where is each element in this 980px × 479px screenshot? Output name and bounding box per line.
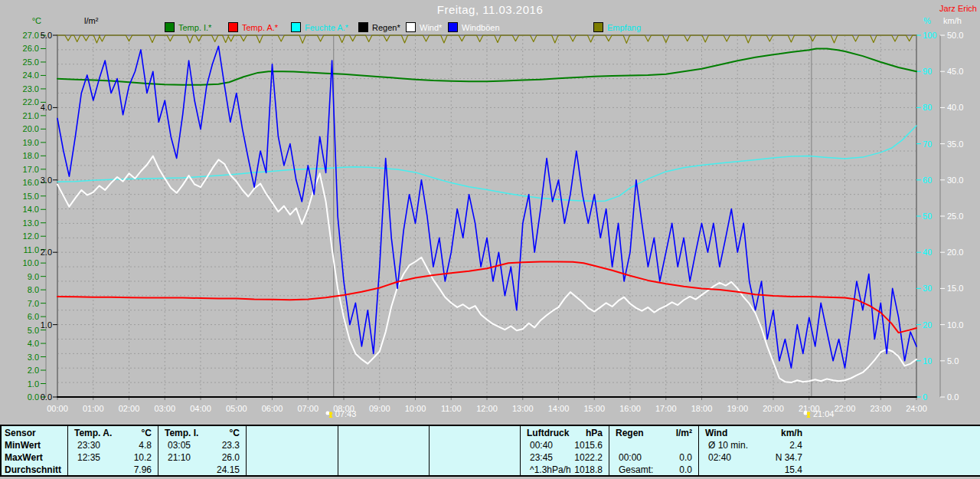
table-cell: 1018.8: [521, 464, 603, 476]
kmh-tick-label: 30.0: [947, 176, 963, 185]
percent-tick-label: 40: [923, 248, 932, 257]
celsius-tick-label: 21.0: [23, 111, 39, 120]
series-feuchte-a: [57, 126, 916, 202]
percent-tick-label: 10: [923, 356, 932, 366]
time-tick-label: 00:00: [47, 404, 68, 413]
celsius-tick-label: 4.0: [28, 339, 39, 348]
celsius-tick-label: 1.0: [28, 379, 39, 389]
time-tick-label: 11:00: [441, 404, 462, 413]
row-header: Sensor: [5, 428, 36, 439]
celsius-tick-label: 19.0: [23, 138, 39, 147]
time-tick-label: 15:00: [583, 404, 605, 413]
table-cell: 4.8: [69, 440, 152, 451]
time-tick-label: 20:00: [763, 404, 784, 413]
table-divider: [609, 426, 609, 475]
liters-tick-label: 3.0: [41, 176, 52, 185]
percent-tick-label: 20: [923, 320, 932, 330]
percent-tick-label: 100: [923, 31, 936, 40]
celsius-tick-label: 18.0: [23, 151, 39, 160]
time-tick-label: 17:00: [655, 404, 677, 413]
kmh-tick-label: 10.0: [947, 320, 963, 330]
sunrise-time-label: 07:43: [335, 409, 357, 418]
kmh-tick-label: 5.0: [947, 356, 959, 366]
percent-tick-label: 90: [923, 67, 932, 76]
column-unit: °C: [69, 428, 152, 439]
percent-tick-label: 30: [923, 284, 932, 293]
celsius-tick-label: 20.0: [23, 124, 39, 133]
table-cell: 23.3: [159, 440, 240, 451]
table-cell: 7.96: [69, 464, 152, 476]
time-tick-label: 23:00: [870, 404, 891, 413]
liters-tick-label: 4.0: [41, 103, 52, 112]
table-divider: [698, 426, 699, 475]
celsius-tick-label: 23.0: [23, 84, 39, 94]
kmh-tick-label: 50.0: [947, 31, 963, 40]
column-unit: °C: [159, 428, 240, 439]
row-header: MinWert: [5, 440, 41, 451]
table-cell: 15.4: [700, 464, 802, 476]
celsius-tick-label: 5.0: [28, 326, 39, 335]
time-tick-label: 10:00: [405, 404, 426, 413]
row-header: MaxWert: [5, 452, 43, 464]
percent-tick-label: 70: [923, 139, 932, 149]
celsius-tick-label: 0.0: [28, 392, 39, 402]
time-tick-label: 05:00: [226, 404, 247, 413]
percent-tick-label: 0: [923, 392, 927, 402]
time-tick-label: 02:00: [119, 404, 140, 413]
celsius-tick-label: 13.0: [23, 218, 39, 228]
celsius-tick-label: 24.0: [23, 71, 39, 80]
table-divider: [158, 426, 158, 475]
row-header: Durchschnitt: [5, 464, 61, 476]
column-unit: km/h: [700, 428, 802, 439]
time-tick-label: 24:00: [906, 404, 927, 413]
table-cell: 26.0: [159, 452, 240, 464]
kmh-tick-label: 40.0: [947, 103, 963, 112]
celsius-tick-label: 7.0: [28, 299, 39, 308]
celsius-tick-label: 9.0: [28, 272, 39, 281]
time-tick-label: 04:00: [190, 404, 211, 413]
sunrise-marker: 07:43: [325, 409, 357, 418]
celsius-tick-label: 10.0: [23, 258, 39, 267]
celsius-tick-label: 25.0: [23, 57, 39, 67]
table-cell: 24.15: [159, 464, 240, 476]
table-divider: [520, 426, 521, 475]
column-unit: hPa: [521, 428, 603, 439]
kmh-tick-label: 45.0: [947, 67, 963, 76]
kmh-tick-label: 35.0: [947, 139, 963, 149]
celsius-tick-label: 8.0: [28, 285, 39, 294]
percent-tick-label: 80: [923, 103, 932, 112]
celsius-tick-label: 6.0: [28, 312, 39, 321]
stats-table: SensorMinWertMaxWertDurchschnittTemp. A.…: [0, 425, 980, 477]
celsius-tick-label: 12.0: [23, 231, 39, 241]
time-tick-label: 09:00: [369, 404, 390, 413]
table-cell: 0.0: [610, 464, 692, 476]
celsius-tick-label: 15.0: [23, 192, 39, 201]
sun-icon: [325, 410, 334, 418]
table-cell: 2.4: [700, 440, 802, 451]
time-tick-label: 13:00: [512, 404, 534, 413]
liters-tick-label: 1.0: [41, 320, 52, 330]
weather-chart-plot[interactable]: 0.01.02.03.04.05.06.07.08.09.010.011.012…: [0, 0, 980, 425]
time-tick-label: 16:00: [619, 404, 641, 413]
table-cell: 1015.6: [521, 440, 603, 451]
time-tick-label: 06:00: [262, 404, 283, 413]
time-tick-label: 22:00: [835, 404, 856, 413]
time-tick-label: 12:00: [476, 404, 498, 413]
liters-tick-label: 0.0: [41, 392, 52, 402]
table-divider: [246, 426, 247, 475]
time-tick-label: 14:00: [548, 404, 570, 413]
percent-tick-label: 50: [923, 212, 932, 221]
sunset-marker: 21:04: [803, 409, 835, 418]
table-cell: N 34.7: [700, 452, 802, 464]
celsius-tick-label: 3.0: [28, 353, 39, 362]
time-tick-label: 01:00: [83, 404, 104, 413]
time-tick-label: 19:00: [727, 404, 748, 413]
celsius-tick-label: 17.0: [23, 165, 39, 174]
table-divider: [429, 426, 430, 475]
sun-icon: [803, 410, 812, 418]
liters-tick-label: 5.0: [41, 31, 52, 40]
kmh-tick-label: 15.0: [947, 284, 963, 293]
celsius-tick-label: 16.0: [23, 178, 39, 187]
table-cell: 1022.2: [521, 452, 603, 464]
table-cell: 0.0: [610, 452, 692, 464]
